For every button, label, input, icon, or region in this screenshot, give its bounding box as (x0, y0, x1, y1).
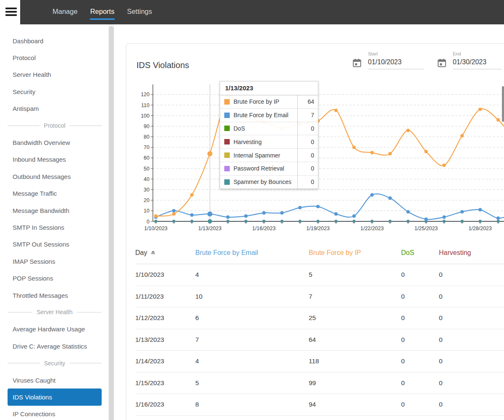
sidebar-item-smtp-out-sessions[interactable]: SMTP Out Sessions (8, 236, 102, 253)
sidebar-item-ids-violations[interactable]: IDS Violations (8, 388, 102, 405)
sidebar-scrollbar-track[interactable] (108, 24, 114, 420)
column-header-brute-force-by-ip[interactable]: Brute Force by IP (309, 249, 401, 257)
series-color-swatch (224, 166, 230, 171)
sidebar-item-inbound-messages[interactable]: Inbound Messages (8, 151, 102, 168)
table-cell: 0 (439, 314, 504, 322)
svg-text:1/19/2023: 1/19/2023 (306, 226, 330, 231)
column-header-dos[interactable]: DoS (401, 249, 439, 257)
svg-text:1/10/2023: 1/10/2023 (144, 226, 168, 231)
tooltip-series-value: 0 (297, 162, 318, 175)
tooltip-series-value: 7 (297, 109, 318, 122)
sidebar-item-protocol[interactable]: Protocol (8, 49, 102, 66)
topnav-item-reports[interactable]: Reports (90, 5, 115, 20)
topbar-left (0, 0, 20, 24)
series-color-swatch (224, 113, 230, 118)
table-row: 1/13/202376400 (135, 329, 504, 351)
sidebar-item-pop-sessions[interactable]: POP Sessions (8, 270, 102, 286)
tooltip-row: Brute Force by Email7 (220, 108, 318, 122)
report-card: IDS Violations Start 01/10/2023 (126, 43, 504, 420)
topnav-item-manage[interactable]: Manage (52, 5, 78, 20)
data-point-markers (154, 95, 504, 223)
sidebar-item-message-bandwidth[interactable]: Message Bandwidth (8, 202, 102, 219)
sidebar-item-bandwidth-overview[interactable]: Bandwidth Overview (8, 134, 102, 151)
tooltip-series-value: 64 (297, 95, 318, 108)
table-cell: 99 (309, 379, 401, 387)
end-date-label: End (453, 51, 502, 56)
table-cell: 0 (439, 336, 504, 344)
table-cell: 0 (401, 293, 439, 300)
tooltip-row: Brute Force by IP64 (220, 95, 318, 108)
series-color-swatch (224, 152, 230, 158)
series-color-swatch (224, 179, 230, 185)
table-cell: 8 (195, 401, 309, 408)
svg-text:1/16/2023: 1/16/2023 (252, 226, 276, 231)
table-cell: 1/11/2023 (135, 293, 195, 300)
table-cell: 0 (439, 379, 504, 387)
sort-ascending-icon (150, 250, 156, 255)
tooltip-series-label: Harvesting (234, 139, 262, 145)
end-date-field[interactable]: End 01/30/2023 (437, 51, 502, 69)
column-header-harvesting[interactable]: Harvesting (439, 249, 504, 257)
tooltip-row: DoS0 (220, 122, 318, 135)
column-header-day[interactable]: Day (135, 249, 195, 257)
table-cell: 0 (401, 401, 439, 408)
sidebar-item-security[interactable]: Security (8, 83, 102, 100)
table-cell: 0 (439, 293, 504, 300)
window-scrollbar-thumb[interactable] (502, 86, 504, 122)
tooltip-series-label: Internal Spammer (234, 152, 280, 159)
tooltip-series-label: Spammer by Bounces (234, 178, 291, 185)
tooltip-row: Password Retrieval0 (220, 162, 318, 175)
svg-text:1/25/2023: 1/25/2023 (415, 226, 438, 231)
sidebar-item-message-traffic[interactable]: Message Traffic (8, 185, 102, 202)
sidebar-item-outbound-messages[interactable]: Outbound Messages (8, 168, 102, 185)
table-cell: 64 (309, 336, 401, 344)
tooltip-series-label: Password Retrieval (234, 165, 284, 172)
sidebar-item-throttled-messages[interactable]: Throttled Messages (8, 287, 102, 304)
calendar-icon[interactable] (437, 58, 447, 68)
tooltip-series-value: 0 (297, 122, 318, 135)
svg-text:60: 60 (144, 155, 150, 161)
sidebar-item-average-hardware-usage[interactable]: Average Hardware Usage (8, 321, 102, 338)
tooltip-series-value: 0 (297, 135, 318, 148)
table-row: 1/14/2023411800 (135, 351, 504, 373)
table-cell: 4 (195, 357, 309, 365)
table-cell: 0 (439, 271, 504, 278)
calendar-icon[interactable] (352, 58, 362, 68)
start-date-field[interactable]: Start 01/10/2023 (352, 51, 424, 69)
sidebar-item-antispam[interactable]: Antispam (8, 100, 102, 117)
chart-tooltip: 1/13/2023 Brute Force by IP64Brute Force… (220, 81, 318, 189)
sidebar-item-dashboard[interactable]: Dashboard (8, 32, 102, 49)
sidebar-item-imap-sessions[interactable]: IMAP Sessions (8, 253, 102, 270)
series-color-swatch (224, 126, 230, 131)
table-cell: 94 (309, 401, 401, 408)
sidebar-item-ip-connections[interactable]: IP Connections (8, 406, 102, 420)
app-window: ManageReportsSettings DashboardProtocolS… (0, 0, 504, 420)
sidebar-item-smtp-in-sessions[interactable]: SMTP In Sessions (8, 219, 102, 236)
sidebar-item-viruses-caught[interactable]: Viruses Caught (8, 372, 102, 388)
svg-text:40: 40 (144, 176, 150, 182)
tooltip-series-label: DoS (234, 125, 245, 132)
tooltip-series-label: Brute Force by IP (234, 98, 279, 105)
sidebar-item-server-health[interactable]: Server Health (8, 66, 102, 83)
sidebar-item-drive-c-average-statistics[interactable]: Drive C: Average Statistics (8, 338, 102, 354)
table-cell: 0 (401, 357, 439, 365)
table-cell: 0 (401, 336, 439, 344)
table-cell: 1/13/2023 (135, 336, 195, 344)
start-date-label: Start (368, 51, 424, 56)
table-cell: 6 (195, 314, 309, 322)
tooltip-row: Internal Spammer0 (220, 148, 318, 162)
svg-text:1/22/2023: 1/22/2023 (360, 226, 384, 231)
svg-text:0: 0 (147, 219, 150, 225)
table-row: 1/15/202359900 (135, 373, 504, 394)
sidebar-scrollbar-thumb[interactable] (109, 26, 114, 420)
hamburger-menu-icon[interactable] (5, 8, 17, 17)
sidebar-section-security: Security (8, 354, 102, 371)
start-date-input[interactable]: 01/10/2023 (368, 58, 424, 69)
violations-table: DayBrute Force by EmailBrute Force by IP… (135, 242, 504, 416)
topnav-item-settings[interactable]: Settings (126, 5, 152, 20)
svg-text:110: 110 (141, 102, 150, 108)
column-header-brute-force-by-email[interactable]: Brute Force by Email (195, 249, 309, 257)
table-cell: 5 (195, 379, 309, 387)
end-date-input[interactable]: 01/30/2023 (453, 58, 502, 69)
svg-text:50: 50 (144, 166, 150, 172)
